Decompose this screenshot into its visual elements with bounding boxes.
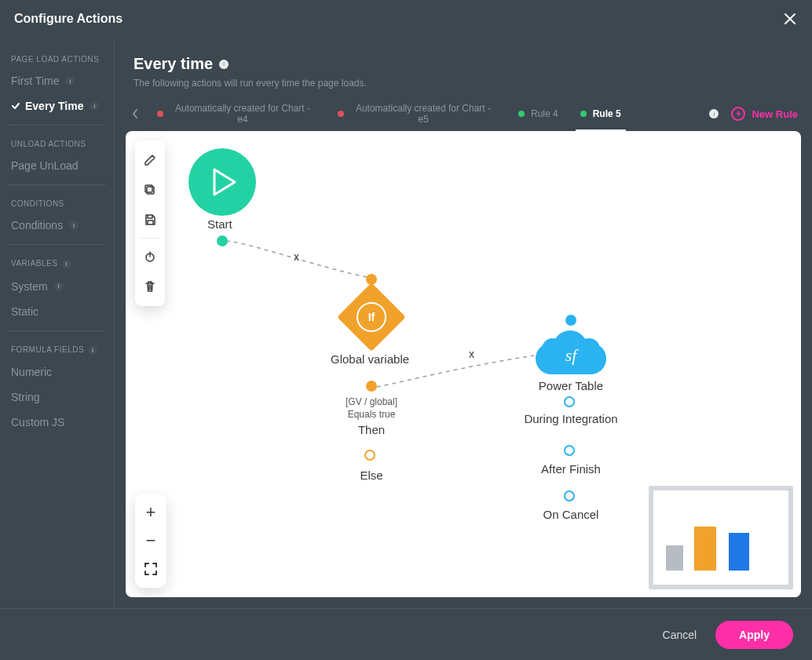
sidebar-item-string[interactable]: String: [0, 385, 114, 410]
status-dot-icon: [338, 111, 344, 117]
canvas-minimap[interactable]: [649, 486, 793, 589]
tab-label: Automatically created for Chart - e5: [350, 103, 496, 126]
canvas-toolbox: [135, 140, 165, 306]
page-title: Every time i: [134, 55, 793, 73]
tab-chart-e4[interactable]: Automatically created for Chart - e4: [146, 97, 327, 131]
tab-chart-e5[interactable]: Automatically created for Chart - e5: [327, 97, 507, 131]
connector-delete-1[interactable]: x: [294, 250, 299, 263]
tab-label: Rule 4: [531, 108, 558, 119]
info-icon: i: [65, 76, 75, 86]
if-node-label: Global variable: [331, 352, 409, 366]
cancel-button[interactable]: Cancel: [663, 629, 697, 641]
divider: [8, 330, 106, 331]
start-node[interactable]: [188, 148, 256, 216]
sidebar-item-label: Custom JS: [11, 416, 64, 428]
tab-label: Rule 5: [593, 108, 621, 119]
cloud-step-3-label: On Cancel: [543, 508, 599, 521]
status-dot-icon: [580, 111, 587, 117]
sidebar-item-custom-js[interactable]: Custom JS: [0, 410, 114, 435]
if-condition-detail1: [GV / global]: [346, 396, 397, 409]
new-rule-label: New Rule: [752, 108, 798, 120]
info-icon: i: [88, 345, 97, 355]
canvas-zoom-controls: + −: [135, 494, 166, 588]
cloud-step-2-connector[interactable]: [564, 445, 575, 456]
main-panel: Every time i The following actions will …: [115, 38, 812, 608]
dialog-title: Configure Actions: [14, 12, 782, 26]
if-node[interactable]: If: [337, 283, 406, 352]
new-rule-button[interactable]: + New Rule: [726, 107, 803, 121]
close-button[interactable]: [782, 11, 798, 27]
sidebar-group-label: FORMULA FIELDS: [11, 345, 84, 354]
check-icon: [11, 101, 20, 111]
sidebar: PAGE LOAD ACTIONS First Time i Every Tim…: [0, 38, 115, 608]
if-else-label: Else: [360, 469, 382, 482]
sidebar-item-label: Numeric: [11, 366, 52, 378]
sidebar-item-numeric[interactable]: Numeric: [0, 359, 114, 385]
info-icon: i: [69, 221, 79, 230]
sidebar-item-static[interactable]: Static: [0, 299, 114, 324]
status-dot-icon: [157, 111, 163, 117]
cloud-step-3-connector[interactable]: [564, 490, 575, 501]
sidebar-item-system[interactable]: System i: [0, 274, 114, 299]
tab-label: Automatically created for Chart - e4: [170, 103, 316, 126]
copy-button[interactable]: [135, 175, 165, 205]
save-button[interactable]: [135, 205, 165, 235]
apply-button[interactable]: Apply: [715, 621, 793, 649]
sidebar-item-label: Every Time: [25, 100, 83, 112]
tab-info[interactable]: i: [700, 97, 726, 131]
if-condition-detail2: Equals true: [348, 409, 396, 421]
start-connector-dot[interactable]: [217, 235, 228, 246]
divider: [8, 184, 106, 185]
cloud-node-label: Power Table: [539, 379, 603, 392]
divider: [8, 244, 106, 245]
sidebar-group-conditions: CONDITIONS: [0, 191, 114, 213]
sidebar-item-first-time[interactable]: First Time i: [0, 68, 114, 93]
flow-canvas[interactable]: + − x x Start: [126, 131, 801, 597]
info-icon: i: [54, 282, 64, 291]
sidebar-item-page-unload[interactable]: Page UnLoad: [0, 153, 114, 178]
tabs-scroll-left[interactable]: [124, 103, 146, 125]
page-subtitle: The following actions will run every tim…: [134, 78, 793, 89]
cloud-step-1-label: During Integration: [524, 412, 618, 425]
if-then-connector[interactable]: [366, 381, 377, 392]
sidebar-item-label: Conditions: [11, 219, 63, 232]
power-table-node[interactable]: sf: [536, 329, 606, 374]
divider: [141, 238, 159, 239]
sidebar-group-page-load-actions: PAGE LOAD ACTIONS: [0, 47, 114, 68]
page-title-text: Every time: [134, 55, 213, 73]
sidebar-item-label: System: [11, 280, 48, 293]
zoom-out-button[interactable]: −: [135, 527, 166, 555]
tab-rule-4[interactable]: Rule 4: [507, 97, 569, 131]
if-icon: If: [357, 302, 386, 332]
info-icon: i: [90, 101, 99, 111]
sidebar-item-label: First Time: [11, 75, 59, 87]
sidebar-item-conditions[interactable]: Conditions i: [0, 213, 114, 238]
fit-screen-button[interactable]: [135, 555, 166, 583]
sidebar-group-unload-actions: UNLOAD ACTIONS: [0, 132, 114, 153]
sidebar-group-variables: VARIABLES i: [0, 251, 114, 274]
info-icon: i: [709, 109, 719, 119]
power-button[interactable]: [135, 242, 165, 272]
connector-delete-2[interactable]: x: [469, 348, 474, 360]
zoom-in-button[interactable]: +: [135, 498, 166, 527]
minimap-bar-2: [694, 527, 716, 571]
start-node-label: Start: [207, 217, 232, 231]
delete-button[interactable]: [135, 272, 165, 301]
edit-button[interactable]: [135, 145, 165, 175]
cloud-step-1-connector[interactable]: [564, 396, 575, 407]
sidebar-group-label: VARIABLES: [11, 259, 57, 268]
rule-tabs: Automatically created for Chart - e4 Aut…: [115, 97, 812, 131]
sidebar-item-every-time[interactable]: Every Time i: [0, 93, 114, 119]
sidebar-group-formula-fields: FORMULA FIELDS i: [0, 337, 114, 360]
if-then-label: Then: [358, 423, 385, 436]
cloud-input-connector[interactable]: [565, 315, 576, 326]
sidebar-item-label: String: [11, 391, 40, 403]
tab-rule-5[interactable]: Rule 5: [569, 97, 632, 131]
plus-icon: +: [731, 107, 745, 121]
cloud-step-2-label: After Finish: [541, 462, 601, 476]
info-icon[interactable]: i: [219, 60, 229, 69]
minimap-bar-3: [729, 533, 749, 571]
if-else-connector[interactable]: [364, 450, 375, 461]
salesforce-icon: sf: [536, 329, 606, 374]
minimap-bar-1: [666, 545, 683, 571]
